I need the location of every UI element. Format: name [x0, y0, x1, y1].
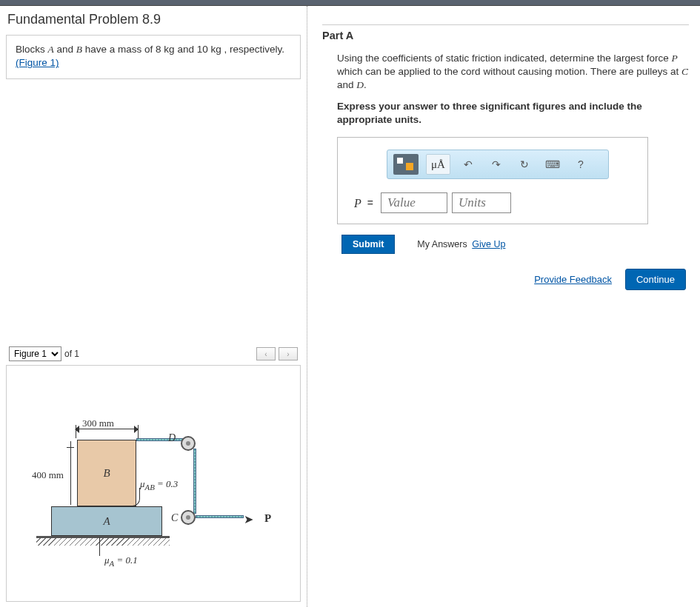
part-a-body: Using the coefficients of static frictio… [322, 52, 689, 254]
templates-button[interactable] [393, 154, 419, 175]
part-a-title: Part A [322, 30, 689, 41]
diagram: 300 mm 400 mm B A D C ➤ P [29, 395, 281, 580]
special-chars-button[interactable]: μÅ [426, 154, 450, 175]
figure-select[interactable]: Figure 1 [9, 346, 61, 361]
pa-text3: and [337, 79, 356, 90]
figure-prev-button[interactable]: ‹ [256, 347, 276, 360]
pa-text4: . [364, 79, 367, 90]
continue-button[interactable]: Continue [625, 269, 686, 290]
dim-400mm: 400 mm [32, 469, 64, 481]
label-c: C [171, 512, 178, 524]
keyboard-button[interactable]: ⌨ [542, 155, 563, 174]
label-p: P [264, 512, 271, 525]
give-up-link[interactable]: Give Up [472, 239, 505, 249]
pa-text2: which can be applied to the cord without… [337, 66, 681, 77]
stmt-mid2: have a mass of 8 [82, 44, 164, 55]
answer-var: P [354, 195, 361, 212]
figure-panel: 300 mm 400 mm B A D C ➤ P [6, 365, 301, 602]
footer-row: Provide Feedback Continue [322, 269, 689, 290]
redo-button[interactable]: ↷ [486, 155, 507, 174]
dim-300-line [76, 429, 138, 429]
stmt-mid1: and [54, 44, 76, 55]
pulley-d-icon [181, 436, 196, 451]
label-mu-a: μA = 0.1 [104, 554, 138, 568]
cord-dc [193, 449, 196, 514]
answer-eq: = [367, 196, 373, 210]
stmt-pre: Blocks [16, 44, 48, 55]
dim-300mm: 300 mm [82, 417, 114, 429]
answer-box: μÅ ↶ ↷ ↻ ⌨ ? P = [337, 137, 648, 224]
cord-bd [136, 438, 184, 441]
left-column: Fundamental Problem 8.9 Blocks A and B h… [0, 6, 307, 607]
cord-cp [196, 515, 244, 518]
top-bar [0, 0, 700, 6]
my-answers-area: My Answers Give Up [417, 238, 505, 251]
pa-D: D [356, 79, 364, 90]
pa-text1: Using the coefficients of static frictio… [337, 53, 671, 64]
undo-button[interactable]: ↶ [458, 155, 479, 174]
provide-feedback-link[interactable]: Provide Feedback [534, 274, 612, 285]
figure-next-button[interactable]: › [279, 347, 298, 360]
figure-link[interactable]: (Figure 1) [16, 57, 59, 68]
answer-row: P = [354, 192, 636, 213]
stmt-B: B [76, 44, 82, 55]
value-input[interactable] [381, 192, 447, 213]
right-column: Part A Using the coefficients of static … [307, 6, 700, 607]
submit-button[interactable]: Submit [341, 235, 395, 254]
pa-C: C [681, 66, 688, 77]
stmt-mid3: and 10 [175, 44, 211, 55]
pa-instruction: Express your answer to three significant… [337, 100, 689, 127]
my-answers-label: My Answers [417, 239, 467, 249]
dim-400-line [70, 441, 71, 505]
stmt-kg1: kg [164, 44, 174, 55]
problem-title: Fundamental Problem 8.9 [0, 6, 307, 35]
label-mu-ab: μAB = 0.3 [140, 478, 178, 492]
stmt-A: A [48, 44, 54, 55]
block-a: A [51, 506, 162, 536]
force-arrow-icon: ➤ [244, 512, 253, 526]
help-button[interactable]: ? [570, 155, 591, 174]
figure-of-label: of 1 [64, 349, 79, 359]
units-input[interactable] [452, 192, 511, 213]
figure-nav: Figure 1 of 1 ‹ › [9, 346, 298, 361]
pulley-c-icon [181, 510, 196, 525]
stmt-mid4: , respectively. [221, 44, 284, 55]
pa-P: P [671, 53, 677, 64]
reset-button[interactable]: ↻ [514, 155, 535, 174]
submit-row: Submit My Answers Give Up [341, 235, 689, 254]
equation-toolbar: μÅ ↶ ↷ ↻ ⌨ ? [387, 150, 609, 179]
problem-statement-box: Blocks A and B have a mass of 8 kg and 1… [6, 35, 301, 79]
label-d: D [168, 432, 176, 444]
main-container: Fundamental Problem 8.9 Blocks A and B h… [0, 6, 700, 607]
stmt-kg2: kg [210, 44, 221, 55]
